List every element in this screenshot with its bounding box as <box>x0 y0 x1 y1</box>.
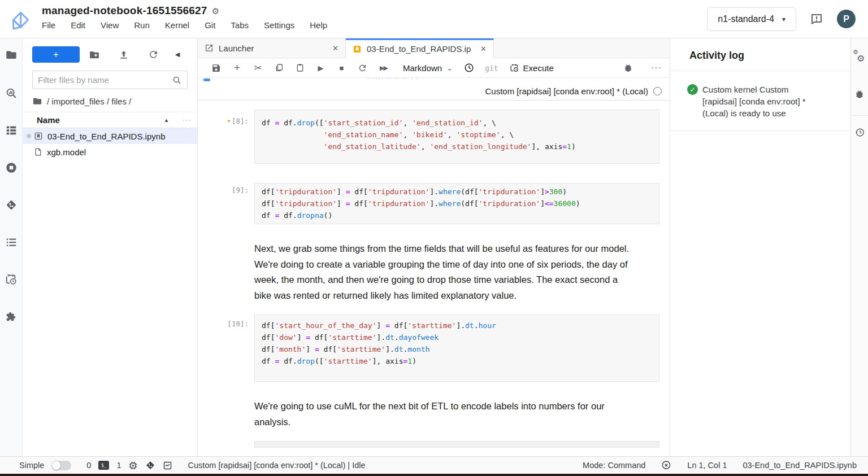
cell-prompt: [10]: <box>198 315 254 382</box>
save-icon[interactable] <box>206 63 227 73</box>
code-editor[interactable]: df['start_hour_of_the_day'] = df['startt… <box>254 315 659 382</box>
folder-icon <box>32 96 42 106</box>
running-kernels-list-icon[interactable] <box>5 124 18 137</box>
terminal-icon[interactable]: $_ <box>98 461 109 470</box>
run-cell-icon[interactable]: ▶ <box>310 64 331 72</box>
machine-type-dropdown[interactable]: n1-standard-4 ▾ <box>707 7 796 31</box>
simple-mode-toggle[interactable] <box>51 461 71 470</box>
kernels-count: 1 <box>116 461 121 470</box>
status-kernel-label[interactable]: Custom [rapidsai] [conda env:root] * (Lo… <box>188 461 365 470</box>
file-row[interactable]: 03-End_to_End_RAPIDS.ipynb <box>23 128 197 144</box>
debugger-sidebar-bug-icon[interactable] <box>854 89 865 99</box>
new-folder-icon[interactable] <box>80 49 109 60</box>
code-cell[interactable]: [9]:df['tripduration'] = df['tripduratio… <box>198 183 659 224</box>
tab-label: Launcher <box>219 43 254 53</box>
property-inspector-gears-icon[interactable]: ⚙ ⚙ <box>853 52 866 63</box>
menu-tabs[interactable]: Tabs <box>231 20 249 30</box>
notebook-icon <box>353 45 362 54</box>
caret-down-icon: ▾ <box>782 15 785 23</box>
kernel-idle-circle-icon[interactable] <box>653 87 662 95</box>
menu-edit[interactable]: Edit <box>71 20 85 30</box>
menu-settings[interactable]: Settings <box>264 20 294 30</box>
git-status-icon[interactable] <box>145 460 155 470</box>
paste-icon[interactable] <box>289 63 310 72</box>
git-toolbar-label[interactable]: git <box>479 64 504 72</box>
execute-schedule-icon <box>510 63 519 73</box>
workbench-logo <box>10 7 36 38</box>
menu-run[interactable]: Run <box>134 20 150 30</box>
menu-kernel[interactable]: Kernel <box>165 20 189 30</box>
close-icon[interactable]: ✕ <box>480 45 487 53</box>
usage-reports-icon[interactable] <box>5 87 18 99</box>
tab-launcher[interactable]: Launcher ✕ <box>198 38 346 58</box>
next-cell-sliver <box>254 441 659 448</box>
avatar[interactable]: P <box>837 10 856 28</box>
cursor-position[interactable]: Ln 1, Col 1 <box>687 461 727 470</box>
menu-view[interactable]: View <box>101 20 119 30</box>
code-cell[interactable]: [10]:df['start_hour_of_the_day'] = df['s… <box>198 315 659 382</box>
table-of-contents-icon[interactable] <box>5 236 18 248</box>
upload-icon[interactable] <box>109 49 138 60</box>
file-browser-icon[interactable] <box>5 49 18 61</box>
file-list-header[interactable]: Name ▴ ··· <box>23 112 197 128</box>
feedback-icon[interactable] <box>810 12 823 26</box>
sort-asc-icon: ▴ <box>165 117 168 123</box>
code-editor[interactable]: df = df.drop(['start_station_id', 'end_s… <box>254 110 659 164</box>
status-bar: Simple 0 $_ 1 Custom [rapidsai] [co <box>0 456 868 474</box>
markdown-cell[interactable]: Next, we grab some things from the time … <box>254 241 634 303</box>
scheduled-jobs-icon[interactable] <box>5 273 18 286</box>
sidebar-divider <box>851 115 868 116</box>
menu-bar: FileEditViewRunKernelGitTabsSettingsHelp <box>42 20 327 30</box>
markdown-cell[interactable]: We're going to use cuML for the next bit… <box>254 399 634 430</box>
breadcrumb-path: / imported_files / files / <box>47 97 131 106</box>
app-header: managed-notebook-1651556627 ⚙ FileEditVi… <box>0 0 868 38</box>
menu-file[interactable]: File <box>42 20 55 30</box>
sessions-stop-icon[interactable] <box>5 161 18 174</box>
mode-indicator[interactable]: Mode: Command <box>583 461 645 470</box>
status-filename[interactable]: 03-End_to_End_RAPIDS.ipynb <box>743 461 857 470</box>
cell-type-dropdown[interactable]: Markdown ⌄ <box>394 63 458 73</box>
modified-dot-icon <box>27 134 31 138</box>
execute-button[interactable]: Execute <box>504 63 559 73</box>
chevron-down-icon: ⌄ <box>446 64 453 72</box>
desktop-edge-strip <box>0 474 868 476</box>
menu-help[interactable]: Help <box>310 20 327 30</box>
collapse-panel-icon[interactable]: ◀ <box>168 51 187 58</box>
toolbar-overflow-icon[interactable]: ··· <box>639 63 662 73</box>
execution-history-icon[interactable] <box>854 127 865 138</box>
refresh-icon[interactable] <box>138 49 168 60</box>
history-clock-icon[interactable] <box>458 63 479 73</box>
not-trusted-icon[interactable] <box>661 460 671 470</box>
cell-prompt: [9]: <box>198 183 254 224</box>
insert-cell-icon[interactable]: + <box>227 62 248 74</box>
menu-git[interactable]: Git <box>205 20 215 30</box>
filter-files-input[interactable] <box>38 75 172 85</box>
launcher-icon <box>205 43 214 53</box>
kernel-chip-icon[interactable] <box>128 461 138 470</box>
name-column-label: Name <box>37 115 60 125</box>
notebook-settings-gear-icon[interactable]: ⚙ <box>212 6 219 16</box>
new-launcher-button[interactable]: + <box>32 46 80 63</box>
machine-type-label: n1-standard-4 <box>718 14 774 24</box>
close-icon[interactable]: ✕ <box>332 44 338 53</box>
scrolled-cell-remnant: · ···· ·· ·· ·· · · <box>367 76 419 81</box>
restart-kernel-icon[interactable] <box>352 63 373 73</box>
tab-notebook[interactable]: 03-End_to_End_RAPIDS.ip ✕ <box>346 38 494 58</box>
debugger-bug-icon[interactable] <box>618 63 639 73</box>
tab-label: 03-End_to_End_RAPIDS.ip <box>367 44 471 54</box>
scrolled-cell-indicator <box>203 78 210 81</box>
git-icon[interactable] <box>5 199 18 211</box>
copy-icon[interactable] <box>268 63 289 72</box>
cut-icon[interactable]: ✂ <box>248 62 268 74</box>
extensions-puzzle-icon[interactable] <box>5 311 18 323</box>
code-editor[interactable]: df['tripduration'] = df['tripduration'].… <box>254 183 659 224</box>
code-cell[interactable]: •[8]:df = df.drop(['start_station_id', '… <box>198 110 659 164</box>
kernel-status-row: · ···· ·· ·· ·· · · Custom [rapidsai] [c… <box>198 78 670 101</box>
stop-kernel-icon[interactable]: ■ <box>331 64 352 72</box>
cell-prompt: •[8]: <box>198 110 254 164</box>
resource-usage-chart-icon[interactable] <box>163 461 172 470</box>
notebook-file-icon <box>34 132 43 141</box>
file-row[interactable]: xgb.model <box>23 144 197 160</box>
breadcrumb[interactable]: / imported_files / files / <box>23 89 197 112</box>
restart-run-all-icon[interactable]: ▶▶ <box>373 64 394 72</box>
